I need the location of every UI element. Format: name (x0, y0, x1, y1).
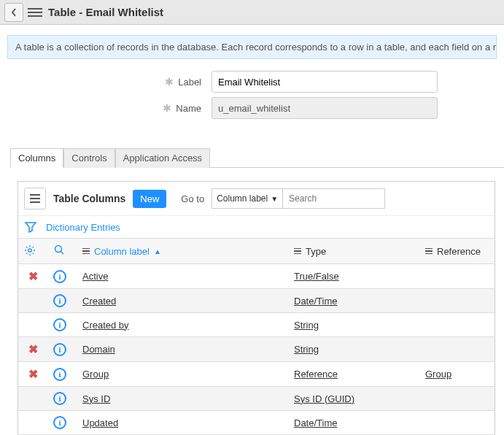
required-asterisk-icon: ✱ (163, 102, 171, 114)
svg-line-2 (61, 252, 64, 255)
chevron-left-icon (10, 7, 18, 18)
column-label-link[interactable]: Created by (82, 320, 129, 331)
chevron-down-icon: ▼ (271, 195, 278, 203)
goto-column-select[interactable]: Column label ▼ (212, 188, 283, 209)
info-icon[interactable]: i (53, 270, 66, 283)
type-link[interactable]: Reference (294, 369, 338, 380)
search-input[interactable] (283, 188, 385, 209)
column-menu-icon (425, 248, 433, 255)
gear-icon (24, 247, 36, 258)
search-column-header[interactable] (47, 239, 77, 264)
related-list: Table Columns New Go to Column label ▼ D… (18, 181, 495, 435)
table-row: ✖iDomainString (18, 337, 495, 362)
tab-controls[interactable]: Controls (63, 148, 115, 168)
tab-bar: Columns Controls Application Access (10, 148, 504, 168)
label-input[interactable] (212, 71, 438, 93)
column-label-link[interactable]: Active (82, 271, 108, 282)
column-label-link[interactable]: Sys ID (82, 393, 110, 404)
info-banner: A table is a collection of records in th… (7, 35, 497, 59)
list-toolbar: Table Columns New Go to Column label ▼ (18, 182, 495, 216)
type-link[interactable]: String (294, 320, 319, 331)
column-label-link[interactable]: Group (82, 369, 109, 380)
column-label-header[interactable]: Column label ▲ (77, 239, 288, 264)
svg-point-1 (55, 246, 62, 253)
info-icon[interactable]: i (53, 343, 66, 356)
type-link[interactable]: True/False (294, 271, 339, 282)
info-icon[interactable]: i (53, 318, 66, 331)
delete-row-icon[interactable]: ✖ (24, 269, 42, 283)
required-asterisk-icon: ✱ (165, 76, 174, 88)
sort-asc-icon: ▲ (154, 247, 161, 255)
tab-application-access[interactable]: Application Access (115, 148, 210, 168)
column-menu-icon (294, 248, 301, 255)
svg-point-0 (28, 248, 31, 251)
type-link[interactable]: String (294, 344, 319, 355)
table-row: iSys IDSys ID (GUID) (18, 387, 495, 411)
table-row: iCreated byString (18, 313, 495, 337)
type-link[interactable]: Sys ID (GUID) (294, 393, 354, 404)
page-title: Table - Email Whitelist (48, 6, 163, 18)
form-section: ✱ Label ✱ Name (0, 66, 504, 132)
table-row: iCreatedDate/Time (18, 289, 495, 313)
table-row: iUpdatedDate/Time (18, 411, 495, 435)
page-header: Table - Email Whitelist (0, 0, 504, 25)
dictionary-entries-link[interactable]: Dictionary Entries (46, 222, 120, 233)
personalize-column-header[interactable] (18, 239, 47, 264)
info-icon[interactable]: i (53, 294, 66, 307)
info-icon[interactable]: i (53, 368, 66, 381)
name-field-label: Name (176, 103, 201, 114)
filter-row: Dictionary Entries (18, 216, 495, 238)
columns-table: Column label ▲ Type Reference (18, 238, 495, 435)
info-icon[interactable]: i (53, 416, 66, 429)
reference-link[interactable]: Group (425, 369, 451, 380)
delete-row-icon[interactable]: ✖ (24, 342, 42, 356)
type-header[interactable]: Type (288, 239, 419, 264)
filter-icon[interactable] (24, 220, 37, 234)
name-input[interactable] (212, 97, 438, 119)
goto-label: Go to (181, 193, 204, 204)
label-field-label: Label (178, 77, 201, 88)
type-link[interactable]: Date/Time (294, 296, 337, 307)
context-menu-button[interactable] (28, 5, 42, 20)
column-label-link[interactable]: Domain (82, 344, 115, 355)
back-button[interactable] (4, 3, 23, 22)
reference-header[interactable]: Reference (419, 239, 495, 264)
type-link[interactable]: Date/Time (294, 417, 337, 428)
list-title: Table Columns (53, 193, 125, 204)
table-row: ✖iActiveTrue/False (18, 264, 495, 289)
table-row: ✖iGroupReferenceGroup (18, 362, 495, 387)
search-icon (53, 245, 65, 258)
column-menu-icon (82, 248, 90, 255)
column-label-link[interactable]: Created (82, 296, 116, 307)
list-menu-button[interactable] (24, 188, 46, 209)
info-icon[interactable]: i (53, 392, 66, 405)
column-label-link[interactable]: Updated (82, 417, 118, 428)
delete-row-icon[interactable]: ✖ (24, 367, 42, 381)
new-button[interactable]: New (133, 190, 166, 208)
tab-columns[interactable]: Columns (10, 148, 63, 168)
